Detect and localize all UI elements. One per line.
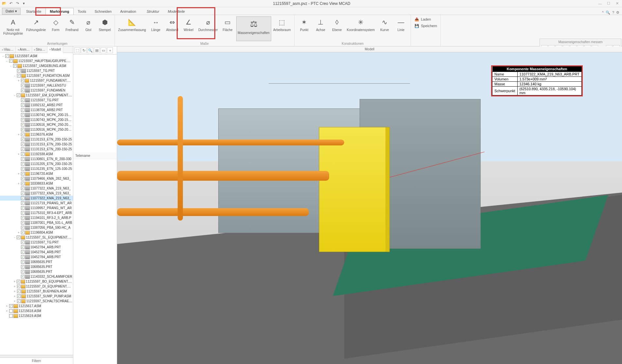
- tree-node[interactable]: 11131153_ETN_200-150-25: [0, 137, 73, 142]
- ribbon-gtol[interactable]: ⌀Gtol: [80, 16, 96, 41]
- tab-modellteile[interactable]: Modellteile: [164, 8, 189, 15]
- tree-checkbox[interactable]: [21, 265, 25, 269]
- tree-twisty-icon[interactable]: -: [13, 74, 16, 77]
- tab-startseite[interactable]: Startseite: [22, 8, 45, 15]
- tree-node[interactable]: 11087001_PBA_531-L_ARB: [0, 220, 73, 225]
- tree-node[interactable]: 11130801_ETN_R_200-330: [0, 157, 73, 161]
- tree-checkbox[interactable]: [21, 118, 25, 122]
- tree-checkbox[interactable]: [9, 59, 13, 63]
- tree-checkbox[interactable]: [21, 270, 25, 273]
- tree-checkbox[interactable]: [13, 64, 17, 68]
- tree-twisty-icon[interactable]: +: [5, 309, 9, 313]
- tree-node[interactable]: 11143332_SCHLAMMFOER: [0, 274, 73, 279]
- filter-label[interactable]: Filtern: [0, 357, 73, 364]
- tree-twisty-icon[interactable]: +: [13, 300, 16, 303]
- tree-twisty-icon[interactable]: +: [13, 285, 16, 288]
- tree-node[interactable]: 11077322_KMA_219_N63_: [0, 196, 73, 201]
- tree-twisty-icon[interactable]: +: [17, 231, 20, 234]
- tree-checkbox[interactable]: [21, 128, 25, 131]
- qat-open-icon[interactable]: 📂: [1, 1, 7, 6]
- tree-checkbox[interactable]: [17, 290, 21, 293]
- tree-twisty-icon[interactable]: -: [5, 59, 9, 63]
- ribbon-winkel[interactable]: ∠Winkel: [181, 16, 196, 41]
- maximize-icon[interactable]: ☐: [605, 1, 612, 6]
- tree-node[interactable]: +11215597_FUNDAMENT.ASM: [0, 78, 73, 83]
- tree-node[interactable]: 11079466_KMA_282_N63_: [0, 176, 73, 181]
- qat-redo-icon[interactable]: ↷: [14, 1, 20, 6]
- tree-checkbox[interactable]: [21, 172, 25, 175]
- load-button[interactable]: 📥Laden: [413, 16, 438, 22]
- tree-node[interactable]: 11131153_ETN_200-150-25: [0, 142, 73, 147]
- tree-checkbox[interactable]: [17, 294, 21, 298]
- tree-node[interactable]: -11215597_SL_EQUIPMENT.ASM: [0, 235, 73, 240]
- tree-checkbox[interactable]: [21, 201, 25, 205]
- tree-checkbox[interactable]: [17, 299, 21, 303]
- tree-node[interactable]: +11215618.ASM: [0, 308, 73, 313]
- tree-checkbox[interactable]: [9, 309, 13, 313]
- ribbon-fl-che[interactable]: ▭Fläche: [220, 16, 236, 41]
- tree-checkbox[interactable]: [21, 152, 25, 156]
- ribbon-linie[interactable]: —Linie: [393, 16, 409, 41]
- options-icon[interactable]: ⚙: [616, 10, 619, 15]
- tree-node[interactable]: 11077322_KMA_219_N63_: [0, 186, 73, 191]
- tree-node[interactable]: 11215597_TG.PRT: [0, 240, 73, 245]
- tree-twisty-icon[interactable]: +: [5, 305, 9, 308]
- tree-node[interactable]: +11215597_DI_EQUIPMENT.ASM: [0, 284, 73, 289]
- tree-node[interactable]: +11215597_SUMP_PUMP.ASM: [0, 294, 73, 299]
- mt-tree-icon[interactable]: ⬚: [74, 47, 80, 53]
- tree-checkbox[interactable]: [17, 280, 20, 283]
- ribbon-kurve[interactable]: ∿Kurve: [377, 16, 392, 41]
- qat-undo-icon[interactable]: ↶: [8, 1, 14, 6]
- ribbon-l-nge[interactable]: ↔Länge: [148, 16, 164, 41]
- tree-node[interactable]: +11196376.ASM: [0, 132, 73, 137]
- tree-checkbox[interactable]: [21, 167, 25, 171]
- tree-twisty-icon[interactable]: -: [13, 236, 16, 239]
- tree-checkbox[interactable]: [21, 245, 25, 249]
- tree-checkbox[interactable]: [21, 226, 25, 229]
- model-tree[interactable]: -11215597.ASM-11215597_HAUPTBAUGRUPPE.AS…: [0, 53, 73, 355]
- tree-checkbox[interactable]: [21, 162, 25, 166]
- ribbon-masseneigenschaften[interactable]: ⚖Masseneigenschaften: [236, 16, 271, 41]
- close-icon[interactable]: ✕: [613, 1, 621, 6]
- mt-refresh-icon[interactable]: ↻: [81, 47, 87, 53]
- tree-node[interactable]: 10685635.PRT: [0, 259, 73, 264]
- tree-checkbox[interactable]: [9, 304, 13, 308]
- tree-node[interactable]: +10338833.ASM: [0, 181, 73, 186]
- tree-checkbox[interactable]: [21, 255, 25, 259]
- tab-schneiden[interactable]: Schneiden: [90, 8, 116, 15]
- tree-twisty-icon[interactable]: +: [17, 172, 20, 175]
- tree-checkbox[interactable]: [21, 231, 25, 234]
- tree-checkbox[interactable]: [21, 221, 25, 224]
- ribbon-ebene[interactable]: ◊Ebene: [329, 16, 345, 41]
- tree-node[interactable]: -11215597_FUNDATION.ASM: [0, 73, 73, 78]
- tree-node[interactable]: 11092132_ARB2.PRT: [0, 103, 73, 108]
- tree-node[interactable]: 11215597_HALLENSTU: [0, 83, 73, 88]
- tree-node[interactable]: +11215617.ASM: [0, 304, 73, 308]
- tree-checkbox[interactable]: [17, 93, 20, 97]
- tree-checkbox[interactable]: [21, 240, 25, 244]
- tree-twisty-icon[interactable]: +: [13, 290, 16, 293]
- tree-twisty-icon[interactable]: +: [13, 280, 16, 283]
- mt-find-icon[interactable]: 🔍: [87, 47, 93, 53]
- tree-node[interactable]: 11215597_FUNDAMEN: [0, 88, 73, 93]
- tree-twisty-icon[interactable]: +: [13, 295, 16, 298]
- ribbon-form[interactable]: ◇Form: [48, 16, 63, 41]
- tree-node[interactable]: +11196720.ASM: [0, 171, 73, 176]
- help-icon[interactable]: ?: [612, 10, 614, 15]
- ribbon-achse[interactable]: ⊥Achse: [313, 16, 329, 41]
- tree-checkbox[interactable]: [21, 84, 25, 87]
- tree-twisty-icon[interactable]: -: [1, 55, 5, 58]
- tree-node[interactable]: -11215597_HAUPTBAUGRUPPE.ASM: [0, 58, 73, 63]
- save-button[interactable]: 💾Speichern: [413, 23, 438, 29]
- ribbon-abstand[interactable]: ⇔Abstand: [164, 16, 180, 41]
- tree-checkbox[interactable]: [21, 211, 25, 215]
- side-tab-3[interactable]: ▫Modell: [47, 46, 63, 53]
- tree-node[interactable]: -11215597_EM_EQUIPMENT.ASM: [0, 93, 73, 98]
- tree-node[interactable]: 11131205_ETN_200-150-25: [0, 161, 73, 166]
- tree-node[interactable]: +11196804.ASM: [0, 230, 73, 235]
- tab-markierung[interactable]: Markierung: [45, 8, 73, 15]
- tree-checkbox[interactable]: [21, 98, 25, 102]
- tree-node[interactable]: 10452784_ARB.PRT: [0, 255, 73, 259]
- tree-checkbox[interactable]: [21, 260, 25, 264]
- view3d-scene[interactable]: Komponente Masseneigenschaften Name11077…: [117, 52, 622, 364]
